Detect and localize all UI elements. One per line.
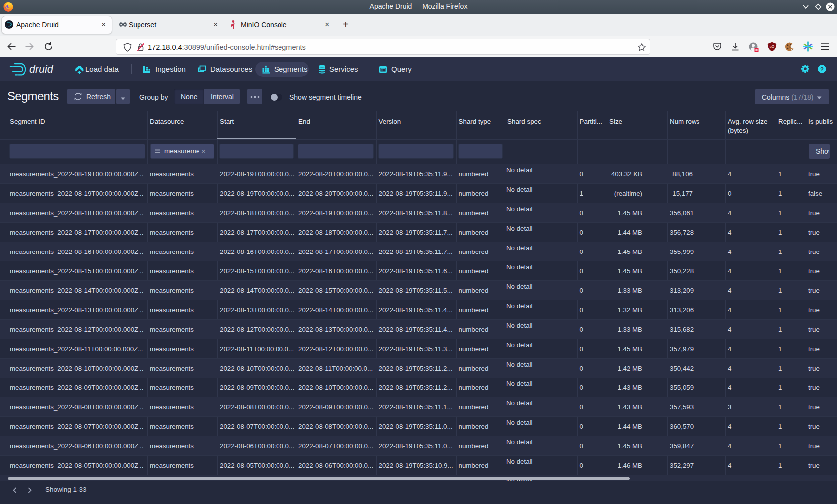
- svg-text:?: ?: [820, 66, 824, 72]
- svg-text:uO: uO: [770, 45, 775, 48]
